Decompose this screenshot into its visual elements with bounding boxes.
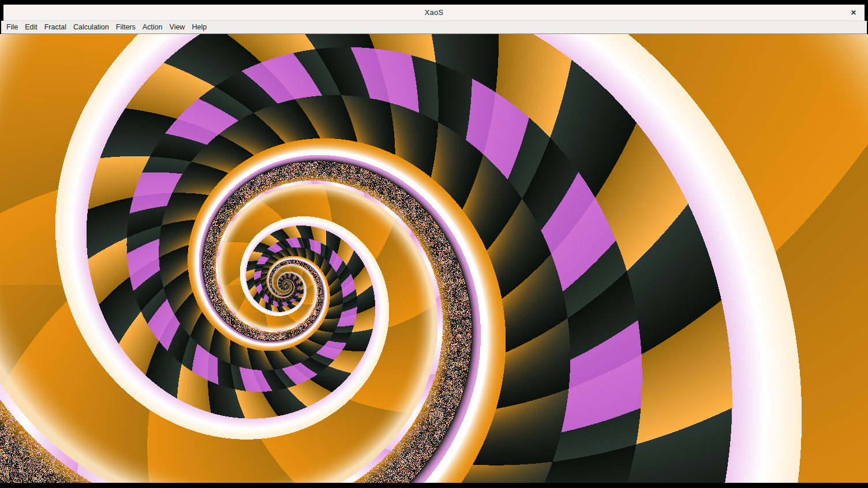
menu-item-help[interactable]: Help (188, 21, 210, 33)
menu-item-file[interactable]: File (3, 21, 21, 33)
window-bottom-border (0, 483, 868, 487)
menu-item-fractal[interactable]: Fractal (41, 21, 70, 33)
menu-item-edit[interactable]: Edit (21, 21, 41, 33)
close-button[interactable]: ✕ (848, 5, 859, 20)
window-title: XaoS (425, 8, 444, 17)
xaos-window: XaoS ✕ File Edit Fractal Calculation Fil… (0, 0, 868, 488)
menu-item-filters[interactable]: Filters (113, 21, 139, 33)
menu-item-view[interactable]: View (166, 21, 189, 33)
fractal-view[interactable] (0, 34, 868, 483)
menu-bar: File Edit Fractal Calculation Filters Ac… (1, 21, 867, 34)
title-bar[interactable]: XaoS ✕ (3, 5, 865, 21)
menu-item-calculation[interactable]: Calculation (70, 21, 113, 33)
menu-item-action[interactable]: Action (139, 21, 166, 33)
close-icon: ✕ (851, 9, 856, 17)
window-top-border (0, 0, 868, 5)
